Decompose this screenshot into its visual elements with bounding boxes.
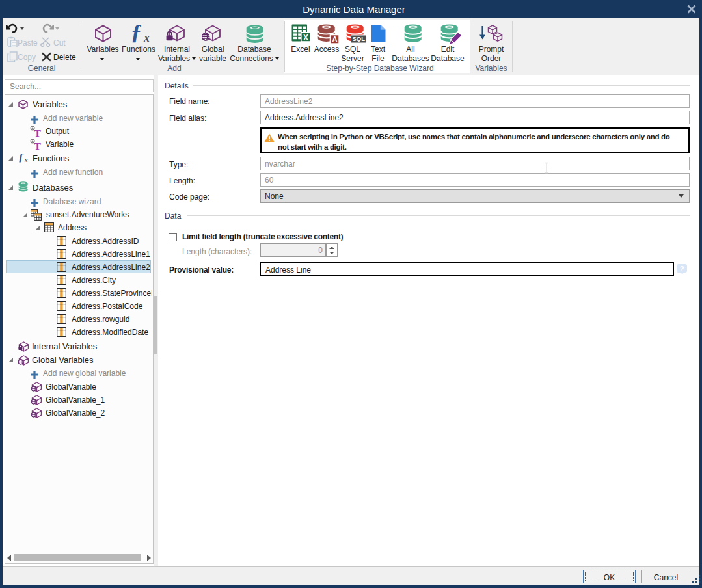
svg-text:SQL: SQL [353, 35, 366, 42]
svg-text:T: T [34, 140, 42, 150]
svg-text:?: ? [680, 265, 684, 273]
svg-text:X: X [303, 33, 308, 42]
svg-text:T: T [34, 127, 42, 137]
svg-text:A: A [332, 35, 337, 43]
svg-text:ƒ: ƒ [18, 152, 24, 163]
svg-text:x: x [143, 31, 150, 44]
svg-text:x: x [24, 157, 28, 163]
svg-text:ƒ: ƒ [131, 23, 142, 44]
